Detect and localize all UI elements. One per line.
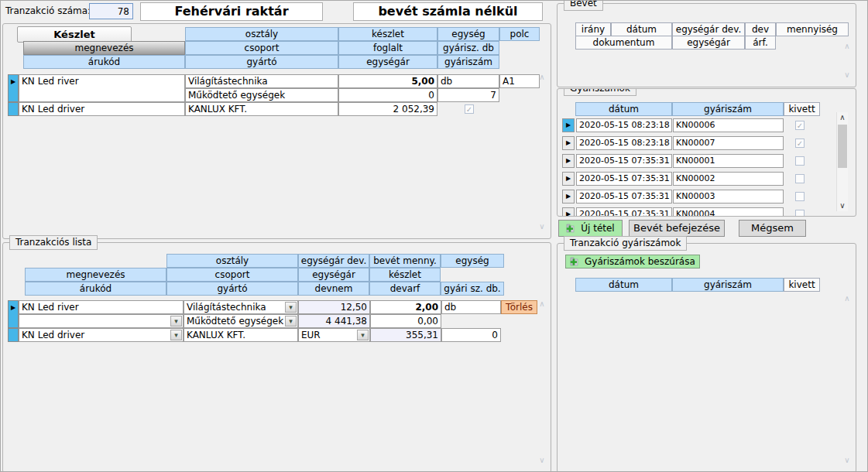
serials-header-datum[interactable]: dátum (575, 102, 672, 116)
stock-gyariszam-checkbox[interactable] (465, 104, 474, 114)
txserials-header-gyariszam[interactable]: gyáriszám (672, 278, 784, 292)
stock-panel-button[interactable]: Készlet (17, 26, 132, 43)
chevron-down-icon[interactable]: ▾ (285, 302, 297, 313)
txlist-cell-egyseg[interactable]: db (441, 300, 501, 314)
txlist-row-marker-2[interactable] (8, 328, 19, 342)
txlist-header-arukod[interactable]: árukód (25, 282, 166, 296)
txlist-combo-megnevezes-2[interactable]: ▾ (19, 314, 184, 328)
scroll-up-icon[interactable]: ∧ (837, 112, 848, 123)
txlist-cell-egysegar-dev[interactable]: 12,50 (298, 300, 370, 314)
txlist-cell-devarf[interactable]: 355,31 (370, 328, 441, 342)
txlist-cell-keszlet[interactable]: 0,00 (370, 314, 441, 328)
txlist-cell-gyarto[interactable]: KANLUX KFT. (184, 328, 298, 342)
stock-header-gyarto[interactable]: gyártó (185, 55, 338, 69)
txlist-header-csoport[interactable]: csoport (166, 268, 298, 282)
txserials-header-kivett[interactable]: kivett (784, 278, 820, 292)
kivett-checkbox[interactable] (795, 121, 805, 130)
kivett-checkbox[interactable] (795, 210, 805, 217)
kivett-checkbox[interactable] (795, 192, 805, 201)
delete-row-button[interactable]: Törlés (501, 300, 537, 314)
stock-cell-osztaly[interactable]: Világítástechnika (185, 74, 338, 88)
stock-header-gyariszam[interactable]: gyáriszám (437, 55, 499, 69)
txlist-combo-devnem[interactable]: EUR ▾ (298, 328, 370, 342)
stock-header-egysegar[interactable]: egységár (338, 55, 437, 69)
serial-datum[interactable]: 2020-05-15 07:35:31 (576, 190, 672, 204)
serial-datum[interactable]: 2020-05-15 08:23:18 (576, 136, 672, 150)
stock-header-foglalt[interactable]: foglalt (338, 41, 437, 55)
transaction-number-input[interactable] (89, 3, 133, 19)
chevron-down-icon[interactable]: ▾ (357, 330, 369, 340)
stock-cell-egyseg[interactable]: db (437, 74, 499, 88)
serial-number[interactable]: KN00006 (673, 118, 784, 132)
bevet-header-egysegar[interactable]: egységár (672, 36, 745, 50)
txlist-row-marker[interactable]: ▶ (8, 300, 19, 328)
row-marker-icon[interactable]: ▶ (562, 136, 575, 150)
serial-number[interactable]: KN00002 (673, 172, 784, 186)
new-item-button[interactable]: Új tétel (558, 220, 623, 237)
txlist-header-gyari-sz-db[interactable]: gyári sz. db. (441, 282, 504, 296)
serial-datum[interactable]: 2020-05-15 07:35:31 (576, 207, 672, 217)
bevet-header-egysegar-dev[interactable]: egységár dev. (672, 22, 745, 36)
chevron-down-icon[interactable]: ▾ (285, 316, 297, 327)
stock-cell-gyarisz-db[interactable]: 7 (437, 88, 499, 102)
serial-number[interactable]: KN00007 (673, 136, 784, 150)
txlist-cell-egysegar[interactable]: 4 441,38 (298, 314, 370, 328)
finish-receipt-button[interactable]: Bevét befejezése (629, 220, 725, 237)
scrollbar-thumb[interactable] (838, 125, 847, 168)
row-marker-icon[interactable]: ▶ (562, 190, 575, 204)
stock-cell-megnevezes[interactable]: KN Led river (19, 74, 185, 102)
stock-header-csoport[interactable]: csoport (185, 41, 338, 55)
txlist-header-megnevezes[interactable]: megnevezés (25, 268, 166, 282)
bevet-header-dokumentum[interactable]: dokumentum (575, 36, 672, 50)
stock-cell-egysegar[interactable]: 2 052,39 (338, 102, 437, 116)
bevet-header-datum[interactable]: dátum (611, 22, 672, 36)
stock-cell-arukod[interactable]: KN Led driver (19, 102, 185, 116)
txlist-cell-megnevezes[interactable]: KN Led river (19, 300, 184, 314)
scroll-down-icon[interactable]: ∨ (842, 455, 853, 466)
txlist-combo-csoport[interactable]: Működtető egységek ▾ (184, 314, 298, 328)
scroll-up-icon[interactable]: ∧ (537, 72, 547, 83)
cancel-button[interactable]: Mégsem (739, 220, 806, 237)
stock-header-egyseg[interactable]: egység (437, 27, 499, 41)
txlist-header-devnem[interactable]: devnem (298, 282, 369, 296)
row-marker-icon[interactable]: ▶ (562, 154, 575, 168)
insert-serials-button[interactable]: Gyáriszámok beszúrása (565, 255, 700, 268)
scroll-up-icon[interactable]: ∧ (842, 41, 853, 52)
stock-header-megnevezes[interactable]: megnevezés (23, 41, 185, 55)
txlist-header-egysegar-dev[interactable]: egységár dev. (298, 254, 369, 268)
stock-header-polc[interactable]: polc (499, 27, 540, 41)
chevron-down-icon[interactable]: ▾ (170, 316, 182, 327)
txlist-cell-bevet-menny[interactable]: 2,00 (370, 300, 441, 314)
bevet-header-dev[interactable]: dev (745, 22, 776, 36)
serial-datum[interactable]: 2020-05-15 08:23:18 (576, 118, 672, 132)
scroll-up-icon[interactable]: ∧ (842, 293, 853, 304)
stock-cell-gyarto[interactable]: KANLUX KFT. (185, 102, 338, 116)
txlist-header-bevet-menny[interactable]: bevét menny. (369, 254, 441, 268)
txlist-header-gyarto[interactable]: gyártó (166, 282, 298, 296)
stock-header-gyarisz-db[interactable]: gyárisz. db (437, 41, 499, 55)
scroll-down-icon[interactable]: ∨ (837, 200, 848, 211)
stock-cell-csoport[interactable]: Működtető egységek (185, 88, 338, 102)
txserials-header-datum[interactable]: dátum (575, 278, 672, 292)
stock-cell-polc[interactable]: A1 (499, 74, 540, 88)
row-marker-icon[interactable]: ▶ (562, 118, 575, 132)
bevet-header-irany[interactable]: irány (575, 22, 611, 36)
scroll-down-icon[interactable]: ∨ (842, 70, 853, 80)
row-marker-icon[interactable]: ▶ (562, 172, 575, 186)
scroll-down-icon[interactable]: ∨ (537, 455, 547, 466)
txlist-combo-osztaly[interactable]: Világítástechnika ▾ (184, 300, 298, 314)
serial-number[interactable]: KN00001 (673, 154, 784, 168)
txlist-header-keszlet[interactable]: készlet (369, 268, 441, 282)
txlist-header-devarf[interactable]: devarf (369, 282, 441, 296)
txlist-header-egyseg[interactable]: egység (441, 254, 504, 268)
serial-datum[interactable]: 2020-05-15 07:35:31 (576, 154, 672, 168)
chevron-down-icon[interactable]: ▾ (170, 330, 182, 340)
serials-header-kivett[interactable]: kivett (784, 102, 820, 116)
kivett-checkbox[interactable] (795, 156, 805, 166)
stock-cell-foglalt[interactable]: 0 (338, 88, 437, 102)
scroll-down-icon[interactable]: ∨ (537, 221, 547, 232)
serials-header-gyariszam[interactable]: gyáriszám (672, 102, 784, 116)
serial-number[interactable]: KN00004 (673, 207, 784, 217)
txlist-header-egysegar[interactable]: egységár (298, 268, 369, 282)
kivett-checkbox[interactable] (795, 174, 805, 183)
